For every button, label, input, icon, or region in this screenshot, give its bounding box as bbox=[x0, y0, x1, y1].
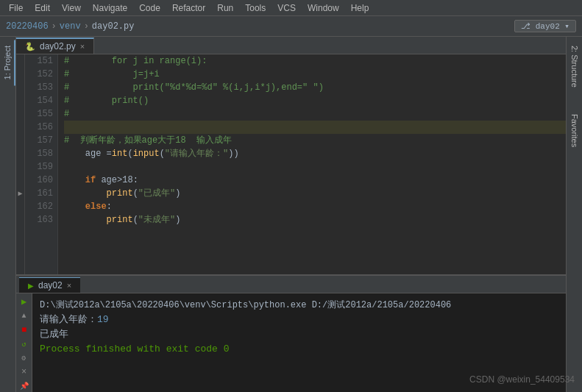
menu-refactor[interactable]: Refactor bbox=[166, 3, 211, 13]
run-settings-button[interactable]: ⚙ bbox=[18, 353, 30, 364]
editor-tabs: 🐍 day02.py × bbox=[16, 37, 566, 54]
arrow-down-marker: ▶ bbox=[16, 187, 24, 200]
run-path-line: D:\测试2012a\2105a\20220406\venv\Scripts\p… bbox=[40, 298, 558, 313]
code-line-160: if age>18: bbox=[64, 174, 566, 187]
code-line-157: # 判断年龄，如果age大于18 输入成年 bbox=[64, 134, 566, 147]
editor-body: ▶ 151 152 153 154 155 156 157 158 159 16… bbox=[16, 54, 566, 274]
run-left-bar: ▶ ▲ ■ ↺ ⚙ × 📌 bbox=[16, 293, 32, 392]
run-tab-label: day02 bbox=[38, 280, 63, 291]
code-line-162: else: bbox=[64, 200, 566, 213]
menu-run[interactable]: Run bbox=[211, 3, 239, 13]
code-line-151: # for j in range(i): bbox=[64, 54, 566, 68]
menu-view[interactable]: View bbox=[56, 3, 87, 13]
run-play-button[interactable]: ▶ bbox=[18, 296, 30, 307]
code-line-158: age =int(input("请输入年龄：")) bbox=[64, 147, 566, 160]
sidebar-item-favorites[interactable]: Favorites bbox=[568, 108, 581, 153]
menu-help[interactable]: Help bbox=[345, 3, 375, 13]
marker-area: ▶ bbox=[16, 54, 25, 274]
code-line-156 bbox=[64, 121, 566, 134]
line-gutter: 151 152 153 154 155 156 157 158 159 160 … bbox=[25, 54, 58, 274]
sidebar-item-structure[interactable]: 2: Structure bbox=[568, 40, 581, 93]
code-line-159 bbox=[64, 160, 566, 174]
watermark: CSDN @weixin_54409534 bbox=[469, 374, 575, 385]
breadcrumb: 20220406 › venv › day02.py bbox=[6, 21, 134, 32]
tab-day02py[interactable]: 🐍 day02.py × bbox=[16, 38, 94, 54]
menu-edit[interactable]: Edit bbox=[29, 3, 56, 13]
toolbar: 20220406 › venv › day02.py ⎇ day02 ▾ bbox=[0, 16, 582, 37]
run-tab-close[interactable]: × bbox=[67, 281, 71, 290]
code-line-161: print("已成年") bbox=[64, 187, 566, 200]
branch-badge[interactable]: ⎇ day02 ▾ bbox=[514, 20, 576, 32]
menu-tools[interactable]: Tools bbox=[239, 3, 272, 13]
menu-file[interactable]: File bbox=[3, 3, 29, 13]
code-line-154: # print() bbox=[64, 94, 566, 107]
code-line-163: print("未成年") bbox=[64, 213, 566, 227]
right-sidebar: 2: Structure Favorites bbox=[566, 37, 582, 392]
code-line-153: # print("%d*%d=%d" %(i,j,i*j),end=" ") bbox=[64, 81, 566, 94]
toolbar-right: ⎇ day02 ▾ bbox=[514, 20, 576, 32]
main-layout: 1: Project 🐍 day02.py × bbox=[0, 37, 582, 392]
code-area[interactable]: # for j in range(i): # j=j+i # print("%d… bbox=[58, 54, 566, 274]
tab-run[interactable]: ▶ day02 × bbox=[19, 277, 80, 293]
run-close-button[interactable]: × bbox=[18, 367, 30, 378]
breadcrumb-file[interactable]: day02.py bbox=[92, 21, 135, 32]
code-line-155: # bbox=[64, 107, 566, 121]
menubar: File Edit View Navigate Code Refactor Ru… bbox=[0, 0, 582, 16]
run-scroll-up-button[interactable]: ▲ bbox=[18, 310, 30, 321]
content-area: 🐍 day02.py × ▶ bbox=[16, 37, 566, 392]
run-output-line: 已成年 bbox=[40, 327, 558, 342]
run-tabs: ▶ day02 × bbox=[16, 276, 566, 293]
run-rerun-button[interactable]: ↺ bbox=[18, 338, 30, 349]
run-input-value: 19 bbox=[97, 314, 109, 325]
breadcrumb-folder1[interactable]: 20220406 bbox=[6, 21, 49, 32]
run-icon: ▶ bbox=[28, 282, 34, 290]
run-process-line: Process finished with exit code 0 bbox=[40, 342, 558, 357]
menu-code[interactable]: Code bbox=[133, 3, 166, 13]
run-pin-button[interactable]: 📌 bbox=[18, 381, 30, 392]
breadcrumb-folder2[interactable]: venv bbox=[60, 21, 81, 32]
tab-file-icon: 🐍 bbox=[25, 42, 35, 51]
tab-label: day02.py bbox=[40, 41, 76, 51]
left-sidebar: 1: Project bbox=[0, 37, 16, 392]
run-stop-button[interactable]: ■ bbox=[18, 324, 30, 335]
run-input-prompt: 请输入年龄： bbox=[40, 314, 97, 325]
breadcrumb-sep2: › bbox=[84, 21, 89, 32]
menu-navigate[interactable]: Navigate bbox=[87, 3, 133, 13]
code-line-152: # j=j+i bbox=[64, 68, 566, 81]
breadcrumb-sep1: › bbox=[52, 21, 57, 32]
tab-close-icon[interactable]: × bbox=[80, 42, 85, 51]
menu-vcs[interactable]: VCS bbox=[272, 3, 302, 13]
menu-window[interactable]: Window bbox=[302, 3, 345, 13]
sidebar-item-project[interactable]: 1: Project bbox=[1, 40, 15, 85]
run-input-line: 请输入年龄：19 bbox=[40, 313, 558, 327]
